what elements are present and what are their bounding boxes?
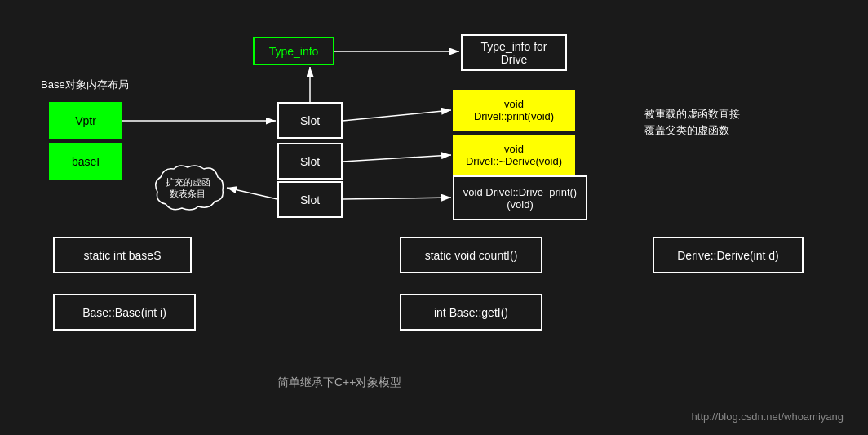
svg-line-5 <box>343 155 451 162</box>
static-countI-box: static void countI() <box>400 237 542 273</box>
slot3-box: Slot <box>277 181 343 218</box>
base-base-box: Base::Base(int i) <box>53 294 196 331</box>
base-memory-label: Base对象内存布局 <box>41 78 129 92</box>
derive-derive-box: Derive::Derive(int d) <box>653 237 804 273</box>
void-drive-print-box: void Drivel::Drive_print() (void) <box>453 175 587 220</box>
cloud-label: 扩充的虚函数表条目 <box>166 176 210 200</box>
static-baseS-box: static int baseS <box>53 237 192 273</box>
arrows-svg <box>0 0 868 435</box>
baseI-box: baseI <box>49 143 122 180</box>
svg-line-7 <box>227 188 277 199</box>
diagram: Base对象内存布局 Vptr baseI 扩充的虚函数表条目 Slot Slo… <box>0 0 868 435</box>
svg-line-6 <box>343 198 451 199</box>
overridden-label: 被重载的虚函数直接覆盖父类的虚函数 <box>644 106 740 138</box>
type-info-box: Type_info <box>253 37 334 65</box>
vptr-box: Vptr <box>49 102 122 139</box>
type-info-drive-box: Type_info for Drive <box>461 34 567 71</box>
svg-line-4 <box>343 110 451 121</box>
website-label: http://blog.csdn.net/whoamiyang <box>692 411 844 423</box>
slot2-box: Slot <box>277 143 343 180</box>
slot1-box: Slot <box>277 102 343 139</box>
cloud-expand: 扩充的虚函数表条目 <box>151 159 224 216</box>
void-print-box: void Drivel::print(void) <box>453 90 575 131</box>
int-getI-box: int Base::getI() <box>400 294 542 331</box>
footer-label: 简单继承下C++对象模型 <box>277 375 401 390</box>
void-derive-box: void Drivel::~Derive(void) <box>453 135 575 175</box>
